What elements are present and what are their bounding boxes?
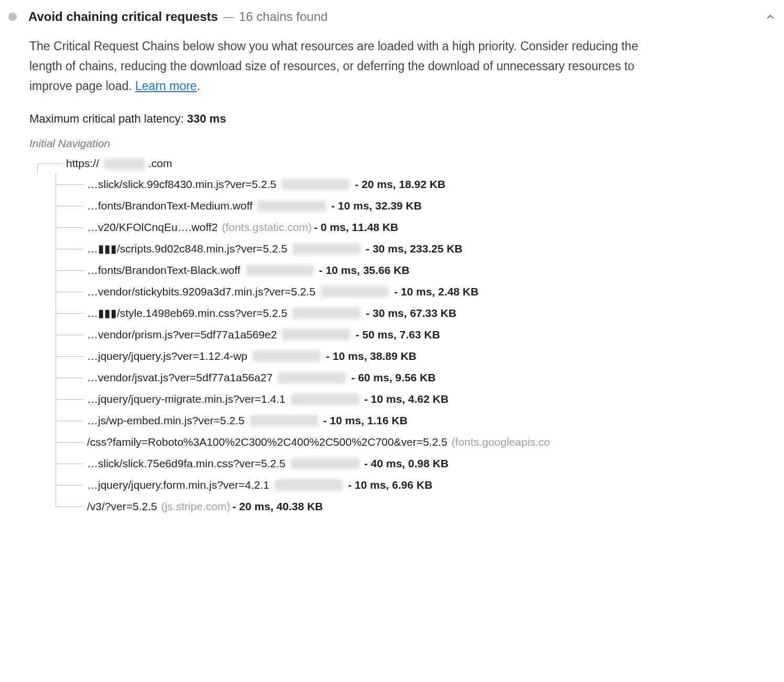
redacted-origin — [292, 307, 361, 319]
request-url: …slick/slick.99cf8430.min.js?ver=5.2.5 — [87, 178, 276, 191]
tree-child-row: …jquery/jquery.js?ver=1.12.4-wp - 10 ms,… — [56, 346, 776, 367]
tree-connector-icon — [56, 475, 87, 496]
tree-child-row: …jquery/jquery-migrate.min.js?ver=1.4.1 … — [56, 389, 776, 410]
tree-connector-icon — [56, 324, 87, 346]
tree-connector-icon — [56, 453, 87, 475]
request-stats: - 10 ms, 1.16 KB — [323, 414, 408, 427]
request-url: …js/wp-embed.min.js?ver=5.2.5 — [87, 414, 245, 427]
request-url: …v20/KFOlCnqEu….woff2 — [87, 221, 217, 234]
request-stats: - 50 ms, 7.63 KB — [355, 328, 440, 341]
tree-child-row: …vendor/prism.js?ver=5df77a1a569e2 - 50 … — [56, 324, 776, 346]
request-url: …vendor/jsvat.js?ver=5df77a1a56a27 — [87, 371, 273, 384]
tree-child-row: …v20/KFOlCnqEu….woff2(fonts.gstatic.com)… — [56, 217, 776, 238]
request-stats: - 10 ms, 32.39 KB — [331, 200, 422, 212]
chevron-up-icon[interactable] — [765, 12, 776, 22]
tree-child-row: …vendor/stickybits.9209a3d7.min.js?ver=5… — [56, 281, 776, 303]
tree-connector-icon — [56, 367, 87, 389]
redacted-origin — [275, 479, 343, 491]
tree-connector-icon — [56, 281, 87, 303]
request-url: …▮▮▮/scripts.9d02c848.min.js?ver=5.2.5 — [87, 243, 287, 255]
request-stats: - 20 ms, 40.38 KB — [233, 500, 323, 513]
tree-connector-icon — [56, 195, 87, 217]
latency-value: 330 ms — [187, 112, 226, 125]
desc-text: The Critical Request Chains below show y… — [29, 39, 638, 93]
redacted-origin — [291, 393, 359, 405]
request-stats: - 10 ms, 6.96 KB — [348, 479, 432, 491]
request-stats: - 20 ms, 18.92 KB — [355, 178, 445, 191]
audit-body: The Critical Request Chains below show y… — [4, 31, 780, 521]
tree-connector-icon — [56, 410, 87, 432]
request-stats: - 60 ms, 9.56 KB — [351, 371, 435, 384]
status-dot-icon — [8, 13, 17, 21]
request-url: …vendor/prism.js?ver=5df77a1a569e2 — [87, 328, 277, 341]
root-url: https://.com — [66, 157, 172, 170]
request-url: …vendor/stickybits.9209a3d7.min.js?ver=5… — [87, 285, 315, 298]
request-origin: (js.stripe.com) — [161, 500, 231, 513]
request-stats: - 0 ms, 11.48 KB — [314, 221, 398, 234]
redacted-origin — [292, 243, 361, 255]
redacted-origin — [258, 200, 326, 212]
request-url: …fonts/BrandonText-Medium.woff — [87, 200, 253, 212]
request-url: /css?family=Roboto%3A100%2C300%2C400%2C5… — [87, 436, 448, 448]
tree-connector-icon — [56, 217, 87, 238]
redacted-origin — [278, 372, 346, 383]
request-tree: Initial Navigation https://.com …slick/s… — [29, 137, 776, 518]
tree-connector-icon — [29, 153, 66, 174]
tree-child-row: /v3/?ver=5.2.5(js.stripe.com) - 20 ms, 4… — [56, 496, 776, 518]
redacted-origin — [281, 179, 350, 190]
request-stats: - 30 ms, 233.25 KB — [366, 243, 462, 255]
request-url: …slick/slick.75e6d9fa.min.css?ver=5.2.5 — [87, 457, 286, 470]
redacted-origin — [282, 329, 350, 340]
redacted-origin — [321, 286, 389, 298]
tree-connector-icon — [56, 389, 87, 410]
redacted-origin — [253, 350, 321, 362]
redacted-origin — [250, 415, 318, 426]
request-url: …fonts/BrandonText-Black.woff — [87, 264, 241, 277]
tree-child-row: …fonts/BrandonText-Black.woff - 10 ms, 3… — [56, 260, 776, 281]
tree-connector-icon — [56, 260, 87, 281]
tree-connector-icon — [56, 303, 87, 324]
tree-child-row: …slick/slick.75e6d9fa.min.css?ver=5.2.5 … — [56, 453, 776, 475]
redacted-origin — [104, 158, 145, 170]
request-stats: - 30 ms, 67.33 KB — [366, 307, 456, 320]
chain-count: 16 chains found — [239, 9, 328, 24]
request-stats: - 10 ms, 2.48 KB — [394, 285, 478, 298]
request-stats: - 10 ms, 4.62 KB — [364, 393, 449, 405]
title-dash: — — [223, 11, 234, 23]
audit-description: The Critical Request Chains below show y… — [29, 37, 658, 96]
tree-connector-icon — [56, 432, 87, 453]
request-url: /v3/?ver=5.2.5 — [87, 500, 157, 513]
tree-child-row: …js/wp-embed.min.js?ver=5.2.5 - 10 ms, 1… — [56, 410, 776, 432]
latency-label: Maximum critical path latency: — [29, 112, 187, 125]
request-origin: (fonts.googleapis.co — [452, 436, 550, 448]
request-stats: - 40 ms, 0.98 KB — [364, 457, 449, 470]
tree-connector-icon — [56, 496, 87, 518]
tree-connector-icon — [56, 346, 87, 367]
tree-children: …slick/slick.99cf8430.min.js?ver=5.2.5 -… — [56, 174, 776, 518]
initial-navigation-label: Initial Navigation — [29, 137, 776, 150]
audit-title: Avoid chaining critical requests — [28, 9, 218, 24]
redacted-origin — [291, 458, 359, 469]
audit-header[interactable]: Avoid chaining critical requests — 16 ch… — [4, 6, 780, 31]
tree-root-row: https://.com — [29, 153, 776, 174]
redacted-origin — [246, 265, 314, 276]
tree-child-row: …▮▮▮/scripts.9d02c848.min.js?ver=5.2.5 -… — [56, 238, 776, 260]
request-origin: (fonts.gstatic.com) — [222, 221, 312, 234]
tree-child-row: …jquery/jquery.form.min.js?ver=4.2.1 - 1… — [56, 475, 776, 496]
tree-child-row: /css?family=Roboto%3A100%2C300%2C400%2C5… — [56, 432, 776, 453]
request-stats: - 10 ms, 38.89 KB — [326, 350, 417, 362]
request-url: …jquery/jquery.js?ver=1.12.4-wp — [87, 350, 247, 362]
tree-child-row: …slick/slick.99cf8430.min.js?ver=5.2.5 -… — [56, 174, 776, 195]
latency-line: Maximum critical path latency: 330 ms — [29, 112, 776, 126]
request-url: …jquery/jquery-migrate.min.js?ver=1.4.1 — [87, 393, 286, 405]
tree-connector-icon — [56, 238, 87, 260]
learn-more-link[interactable]: Learn more — [135, 79, 197, 93]
request-url: …▮▮▮/style.1498eb69.min.css?ver=5.2.5 — [87, 307, 287, 320]
tree-child-row: …vendor/jsvat.js?ver=5df77a1a56a27 - 60 … — [56, 367, 776, 389]
request-url: …jquery/jquery.form.min.js?ver=4.2.1 — [87, 479, 269, 491]
tree-connector-icon — [56, 174, 87, 195]
tree-child-row: …▮▮▮/style.1498eb69.min.css?ver=5.2.5 - … — [56, 303, 776, 324]
request-stats: - 10 ms, 35.66 KB — [319, 264, 410, 277]
tree-child-row: …fonts/BrandonText-Medium.woff - 10 ms, … — [56, 195, 776, 217]
